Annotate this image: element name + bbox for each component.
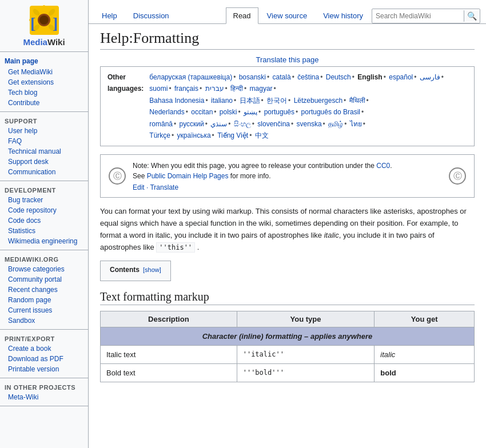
col-description: Description [101, 311, 237, 327]
translate-header: Translate this page [100, 55, 475, 64]
sidebar-item-communication[interactable]: Communication [0, 167, 88, 177]
lang-farsi[interactable]: فارسی [420, 73, 440, 81]
sidebar-item-support-desk[interactable]: Support desk [0, 157, 88, 167]
search-button[interactable]: 🔍 [464, 10, 480, 22]
tab-help[interactable]: Help [94, 7, 125, 23]
brand-media: Media [23, 37, 47, 47]
lang-spanish[interactable]: español [389, 73, 413, 81]
sidebar-item-user-help[interactable]: User help [0, 126, 88, 136]
lang-indonesian[interactable]: Bahasa Indonesia [149, 97, 204, 105]
sidebar-item-create-book[interactable]: Create a book [0, 343, 88, 354]
edit-link[interactable]: Edit [133, 183, 145, 191]
sidebar-item-current-issues[interactable]: Current issues [0, 305, 88, 315]
tab-view-source[interactable]: View source [260, 7, 315, 23]
sidebar-item-faq[interactable]: FAQ [0, 136, 88, 146]
lang-turkish[interactable]: Türkçe [149, 131, 170, 139]
search-input[interactable] [372, 11, 464, 21]
lang-portuguese[interactable]: português [264, 108, 294, 116]
lang-french[interactable]: français [174, 85, 198, 93]
lang-hungarian[interactable]: magyar [250, 85, 273, 93]
lang-portuguese-br[interactable]: português do Brasil [301, 108, 360, 116]
sidebar-item-get-mediawiki[interactable]: Get MediaWiki [0, 67, 88, 77]
table-group-row: Character (inline) formatting – applies … [101, 327, 475, 345]
sidebar-item-get-extensions[interactable]: Get extensions [0, 77, 88, 87]
code-example: ''this'' [156, 242, 195, 253]
tab-discussion[interactable]: Discussion [126, 7, 177, 23]
sidebar: [ ] MediaWiki Main page Get MediaWiki Ge… [0, 0, 89, 448]
get-italic: italic [375, 345, 475, 363]
sidebar-item-technical-manual[interactable]: Technical manual [0, 146, 88, 157]
col-you-type: You type [237, 311, 375, 327]
nav-section: Main page Get MediaWiki Get extensions T… [0, 52, 88, 112]
note-text: Note: When you edit this page, you agree… [133, 161, 442, 181]
sidebar-item-sandbox[interactable]: Sandbox [0, 315, 88, 326]
translate-note-link[interactable]: Translate [150, 183, 178, 191]
sidebar-item-bug-tracker[interactable]: Bug tracker [0, 195, 88, 205]
print-section: Print/export Create a book Download as P… [0, 330, 88, 378]
sidebar-item-main-page[interactable]: Main page [0, 55, 88, 67]
development-section: Development Bug tracker Code repository … [0, 181, 88, 250]
lang-catalan[interactable]: català [273, 73, 291, 81]
tab-read[interactable]: Read [226, 7, 258, 24]
lang-romanian[interactable]: română [149, 120, 173, 128]
tab-view-history[interactable]: View history [316, 7, 371, 23]
cc0-link[interactable]: CC0 [376, 162, 390, 170]
sidebar-item-statistics[interactable]: Statistics [0, 226, 88, 236]
lang-ukrainian[interactable]: українська [177, 131, 211, 139]
sidebar-item-code-docs[interactable]: Code docs [0, 215, 88, 226]
mediawiki-title: MediaWiki.org [0, 254, 88, 264]
sidebar-item-wikimedia-engineering[interactable]: Wikimedia engineering [0, 236, 88, 246]
table-row: Italic text ''italic'' italic [101, 345, 475, 363]
contents-show[interactable]: [show] [143, 266, 161, 273]
lang-vietnamese[interactable]: Tiếng Việt [217, 131, 248, 139]
lang-hebrew[interactable]: עברית [205, 85, 224, 93]
lang-sinhala[interactable]: සිංහල [234, 120, 251, 128]
lang-korean[interactable]: 한국어 [266, 97, 287, 105]
lang-maithili[interactable]: मैथिली [349, 97, 365, 105]
lang-pashto[interactable]: پښتو [244, 108, 257, 116]
lang-czech[interactable]: čeština [297, 73, 319, 81]
lang-sindhi[interactable]: سنڌي [210, 120, 227, 128]
lang-swedish[interactable]: svenska [297, 120, 322, 128]
other-title: In other projects [0, 382, 88, 392]
lang-italian[interactable]: italiano [211, 97, 233, 105]
lang-hindi[interactable]: हिन्दी [230, 85, 243, 93]
brand-wiki: Wiki [47, 37, 65, 47]
col-you-get: You get [375, 311, 475, 327]
lang-english: English [357, 73, 382, 81]
sidebar-item-community-portal[interactable]: Community portal [0, 274, 88, 285]
lang-luxembourgish[interactable]: Lëtzebuergesch [294, 97, 342, 105]
lang-dutch[interactable]: Nederlands [149, 108, 184, 116]
lang-belarusian[interactable]: беларуская (тарашкевіца) [149, 73, 232, 81]
sidebar-item-code-repository[interactable]: Code repository [0, 205, 88, 215]
sidebar-item-printable-version[interactable]: Printable version [0, 364, 88, 374]
sidebar-item-recent-changes[interactable]: Recent changes [0, 285, 88, 295]
sidebar-item-download-pdf[interactable]: Download as PDF [0, 354, 88, 364]
lang-bosnian[interactable]: bosanski [239, 73, 266, 81]
sidebar-item-random-page[interactable]: Random page [0, 295, 88, 305]
lang-finnish[interactable]: suomi [149, 85, 168, 93]
contents-label: Contents [110, 266, 140, 274]
translate-link[interactable]: Translate this page [256, 55, 318, 64]
lang-slovak[interactable]: slovenčina [257, 120, 290, 128]
lang-thai[interactable]: ไทย [350, 120, 362, 128]
format-table: Description You type You get Character (… [100, 311, 475, 382]
sidebar-item-meta-wiki[interactable]: Meta-Wiki [0, 392, 88, 402]
sidebar-item-tech-blog[interactable]: Tech blog [0, 87, 88, 98]
top-tabs: Help Discussion Read View source View hi… [89, 0, 486, 24]
lang-tamil[interactable]: தமிழ் [328, 120, 343, 128]
sidebar-item-contribute[interactable]: Contribute [0, 98, 88, 108]
language-box: Otherlanguages: беларуская (тарашкевіца)… [100, 66, 475, 146]
lang-japanese[interactable]: 日本語 [240, 97, 260, 105]
sidebar-item-browse-categories[interactable]: Browse categories [0, 264, 88, 274]
lang-russian[interactable]: русский [180, 120, 204, 128]
pd-help-link[interactable]: Public Domain Help Pages [147, 172, 229, 180]
pd-icon-left: Ⓒ [109, 167, 126, 185]
lang-occitan[interactable]: occitan [191, 108, 213, 116]
svg-point-2 [39, 15, 49, 25]
note-box: Ⓒ Note: When you edit this page, you agr… [100, 154, 475, 198]
body-paragraph: You can format your text by using wiki m… [100, 206, 475, 253]
lang-polish[interactable]: polski [220, 108, 237, 116]
lang-german[interactable]: Deutsch [326, 73, 351, 81]
lang-chinese[interactable]: 中文 [255, 131, 269, 139]
